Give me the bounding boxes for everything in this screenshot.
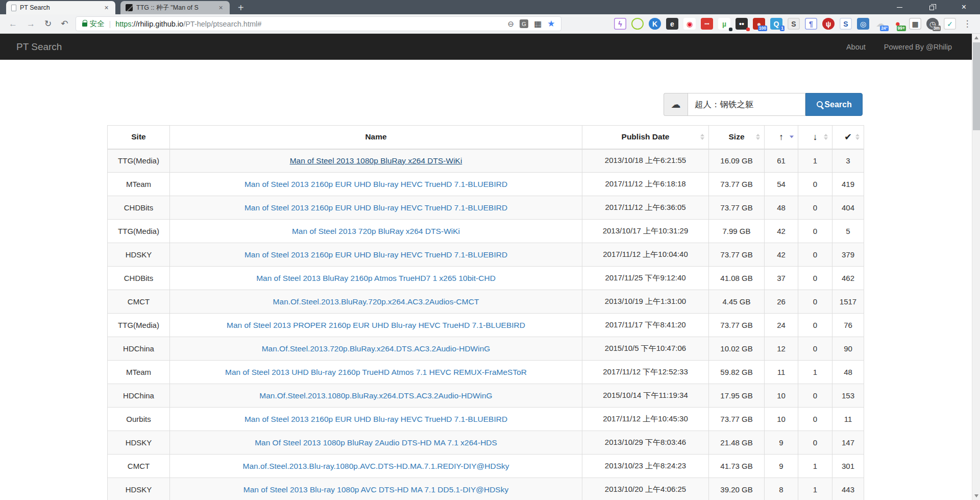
extension-weibo-eye[interactable]: ◉ bbox=[683, 18, 696, 30]
snatched-cell: 76 bbox=[832, 314, 864, 337]
results-table: SiteNamePublish DateSize↑↓✔ TTG(Media)Ma… bbox=[107, 125, 864, 500]
torrent-link[interactable]: Man.Of.Steel.2013.720p.BluRay.x264.DTS.A… bbox=[262, 344, 491, 353]
column-header-[interactable]: ↑ bbox=[765, 126, 798, 149]
torrent-link[interactable]: Man of Steel 2013 2160p EUR UHD Blu-ray … bbox=[244, 180, 507, 188]
column-header-name[interactable]: Name bbox=[170, 126, 582, 149]
extension-weather-cloud[interactable]: ☁24° bbox=[874, 18, 887, 30]
column-label: ✔ bbox=[844, 132, 852, 142]
column-header-size[interactable]: Size bbox=[709, 126, 765, 149]
qr-code-icon[interactable]: ▦ bbox=[534, 19, 542, 29]
browser-menu-dots[interactable]: ⋮ bbox=[961, 18, 973, 30]
torrent-link[interactable]: Man of Steel 2013 UHD Blu-ray 2160p True… bbox=[225, 368, 527, 376]
publish-date-cell: 2017/11/12 下午12:52:33 bbox=[582, 361, 709, 384]
extension-red-dots-menu[interactable]: ••• bbox=[701, 18, 713, 30]
refresh-icon[interactable]: ↻ bbox=[44, 19, 52, 28]
torrent-link[interactable]: Man of Steel 2013 PROPER 2160p EUR UHD B… bbox=[227, 321, 525, 329]
extension-gray-s[interactable]: S bbox=[788, 18, 800, 30]
forward-icon[interactable]: → bbox=[27, 19, 35, 28]
vertical-scrollbar[interactable] bbox=[972, 34, 980, 500]
extension-blue-clip[interactable]: ¶ bbox=[805, 18, 817, 30]
close-button[interactable]: × bbox=[948, 0, 980, 14]
torrent-link[interactable]: Man of Steel 2013 720p BluRay x264 DTS-W… bbox=[292, 227, 460, 235]
name-cell: Man of Steel 2013 2160p EUR UHD Blu-ray … bbox=[170, 243, 582, 267]
extension-blue-key[interactable]: K bbox=[649, 18, 661, 30]
torrent-link[interactable]: Man of Steel 2013 Blu-ray 1080p AVC DTS-… bbox=[243, 485, 508, 494]
extension-red-seal[interactable]: ●100 bbox=[753, 18, 765, 30]
address-bar[interactable]: 安全 | https://rhilip.github.io/PT-help/pt… bbox=[76, 16, 561, 31]
triangle-down-icon bbox=[974, 494, 978, 497]
extension-blue-s[interactable]: S bbox=[840, 18, 852, 30]
lock-icon bbox=[82, 22, 87, 27]
extension-red-flame[interactable]: ●99+ bbox=[892, 18, 904, 30]
extension-qr-code[interactable]: ▦ bbox=[909, 18, 921, 30]
table-row: TTG(Media)Man of Steel 2013 720p BluRay … bbox=[108, 220, 864, 243]
extension-dark-faces[interactable]: •• bbox=[736, 18, 748, 30]
extension-utorrent[interactable]: µ bbox=[718, 18, 730, 30]
search-group: ☁ Search bbox=[664, 93, 863, 116]
extension-clock[interactable]: ◷3m bbox=[926, 18, 939, 30]
extension-blue-search[interactable]: Q1 bbox=[770, 18, 782, 30]
leechers-cell: 0 bbox=[798, 384, 832, 408]
undo-icon[interactable]: ↶ bbox=[61, 19, 68, 28]
extension-clock-badge: 3m bbox=[933, 26, 941, 32]
column-header-[interactable]: ✔ bbox=[832, 126, 864, 149]
minimize-button[interactable] bbox=[884, 0, 916, 14]
search-input[interactable] bbox=[688, 93, 805, 116]
column-header-site[interactable]: Site bbox=[108, 126, 170, 149]
name-cell: Man.Of.Steel.2013.1080p.BluRay.x264.DTS.… bbox=[170, 384, 582, 408]
torrent-link[interactable]: Man of Steel 2013 BluRay 2160p Atmos Tru… bbox=[256, 274, 496, 282]
torrent-link[interactable]: Man.Of.Steel.2013.1080p.BluRay.x264.DTS.… bbox=[259, 391, 492, 400]
column-header-publishdate[interactable]: Publish Date bbox=[582, 126, 709, 149]
url-host: ://rhilip.github.io bbox=[132, 20, 184, 28]
size-cell: 73.77 GB bbox=[709, 314, 765, 337]
scroll-up-arrow[interactable] bbox=[972, 34, 980, 42]
tab-close-icon[interactable]: × bbox=[103, 4, 110, 12]
tab-pt-search[interactable]: PT Search × bbox=[6, 1, 115, 14]
table-row: TTG(Media)Man of Steel 2013 PROPER 2160p… bbox=[108, 314, 864, 337]
url-separator: | bbox=[109, 20, 111, 28]
torrent-link[interactable]: Man of Steel 2013 2160p EUR UHD Blu-ray … bbox=[244, 203, 507, 212]
column-header-[interactable]: ↓ bbox=[798, 126, 832, 149]
search-button[interactable]: Search bbox=[805, 93, 863, 116]
scroll-down-arrow[interactable] bbox=[972, 492, 980, 500]
leechers-cell: 0 bbox=[798, 290, 832, 314]
scrollbar-thumb[interactable] bbox=[973, 42, 980, 130]
ttg-favicon bbox=[126, 4, 133, 11]
zoom-out-icon[interactable]: ⊖ bbox=[508, 20, 514, 28]
new-tab-button[interactable]: + bbox=[238, 3, 244, 12]
name-cell: Man of Steel 2013 2160p EUR UHD Blu-ray … bbox=[170, 173, 582, 196]
tab-ttg[interactable]: TTG :: 种子 "Man of S × bbox=[120, 1, 230, 14]
snatched-cell: 147 bbox=[832, 431, 864, 455]
name-cell: Man.Of.Steel.2013.720p.BluRay.x264.DTS.A… bbox=[170, 337, 582, 361]
snatched-cell: 462 bbox=[832, 267, 864, 290]
brand-link[interactable]: PT Search bbox=[16, 41, 62, 53]
powered-by-link[interactable]: Powered By @Rhilip bbox=[884, 43, 952, 51]
tab-strip: PT Search × TTG :: 种子 "Man of S × + bbox=[0, 0, 244, 14]
main-content: ☁ Search SiteNamePublish DateSize↑↓✔ TTG… bbox=[0, 60, 980, 500]
tab-close-icon[interactable]: × bbox=[217, 4, 225, 12]
extension-stop-hand[interactable]: ψ bbox=[822, 18, 835, 30]
torrent-link[interactable]: Man of Steel 2013 1080p BluRay x264 DTS-… bbox=[290, 156, 462, 165]
torrent-link[interactable]: Man.Of.Steel.2013.BluRay.720p.x264.AC3.2… bbox=[273, 297, 479, 306]
extension-evernote-elephant[interactable]: e bbox=[666, 18, 678, 30]
restore-button[interactable] bbox=[916, 0, 948, 14]
translate-icon[interactable]: G bbox=[520, 19, 528, 28]
name-cell: Man of Steel 2013 PROPER 2160p EUR UHD B… bbox=[170, 314, 582, 337]
sort-carets-icon bbox=[790, 136, 794, 138]
cloud-button[interactable]: ☁ bbox=[664, 93, 688, 116]
bookmark-star-icon[interactable]: ★ bbox=[547, 18, 555, 29]
torrent-link[interactable]: Man of Steel 2013 2160p EUR UHD Blu-ray … bbox=[244, 250, 507, 259]
table-row: HDChinaMan.Of.Steel.2013.720p.BluRay.x26… bbox=[108, 337, 864, 361]
extension-lime-ring[interactable] bbox=[631, 18, 644, 30]
extension-check-bars[interactable]: ✓ bbox=[944, 18, 956, 30]
extension-purple-lightning[interactable]: ϟ bbox=[614, 18, 626, 30]
about-link[interactable]: About bbox=[846, 43, 866, 51]
seeders-cell: 54 bbox=[765, 173, 798, 196]
leechers-cell: 0 bbox=[798, 408, 832, 431]
size-cell: 73.77 GB bbox=[709, 196, 765, 220]
torrent-link[interactable]: Man Of Steel 2013 1080p BluRay 2Audio DT… bbox=[255, 438, 497, 447]
torrent-link[interactable]: Man of Steel 2013 2160p EUR UHD Blu-ray … bbox=[244, 415, 507, 423]
torrent-link[interactable]: Man.of.Steel.2013.Blu-ray.1080p.AVC.DTS-… bbox=[243, 462, 509, 470]
back-icon[interactable]: ← bbox=[9, 19, 17, 28]
extension-rss-dish[interactable]: ◎ bbox=[857, 18, 869, 30]
